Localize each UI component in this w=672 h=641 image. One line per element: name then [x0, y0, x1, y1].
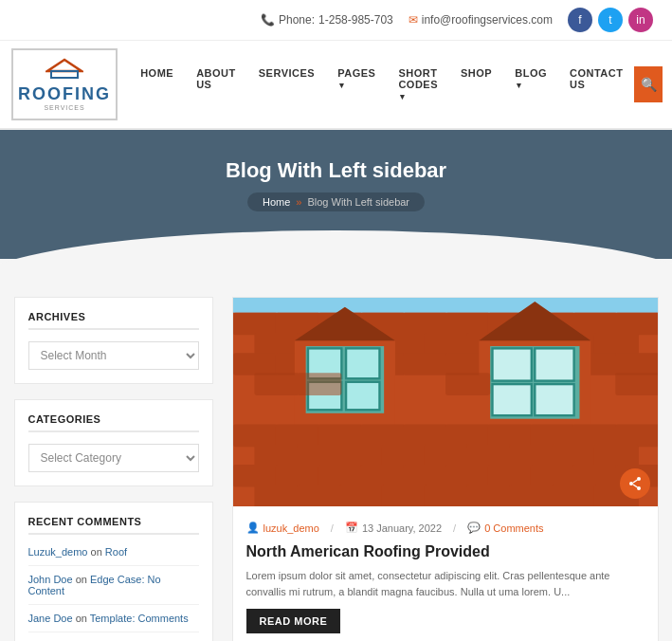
- post-title[interactable]: North American Roofing Provided: [233, 540, 658, 568]
- svg-point-90: [629, 482, 633, 485]
- content-area: 👤 luzuk_demo / 📅 13 January, 2022 / 💬 0 …: [232, 297, 659, 641]
- phone-label: Phone:: [279, 13, 315, 27]
- share-button[interactable]: [620, 468, 650, 499]
- search-button[interactable]: 🔍: [634, 66, 663, 102]
- comment-post-link[interactable]: Template: Comments: [90, 613, 189, 624]
- comment-action: on: [76, 613, 90, 624]
- svg-rect-69: [593, 445, 638, 467]
- categories-title: CATEGORIES: [28, 413, 199, 432]
- comment-user-link[interactable]: John Doe: [28, 574, 73, 585]
- svg-rect-12: [572, 313, 617, 336]
- svg-rect-74: [403, 465, 447, 487]
- svg-rect-71: [275, 465, 319, 487]
- svg-rect-73: [360, 465, 405, 487]
- svg-rect-32: [615, 353, 658, 375]
- chevron-down-icon: ▾: [339, 81, 345, 90]
- logo[interactable]: ROOFING SERVICES: [11, 48, 118, 120]
- blog-post-card: 👤 luzuk_demo / 📅 13 January, 2022 / 💬 0 …: [232, 297, 659, 641]
- svg-rect-63: [339, 445, 384, 467]
- calendar-icon: 📅: [345, 522, 358, 534]
- svg-rect-52: [275, 425, 319, 448]
- svg-rect-77: [530, 465, 574, 487]
- svg-rect-83: [381, 485, 426, 506]
- svg-rect-50: [615, 373, 658, 395]
- svg-rect-65: [424, 445, 468, 467]
- svg-rect-57: [487, 425, 532, 448]
- breadcrumb-home[interactable]: Home: [263, 196, 290, 208]
- facebook-icon[interactable]: f: [568, 8, 592, 32]
- post-author-link[interactable]: luzuk_demo: [263, 522, 319, 534]
- breadcrumb: Home » Blog With Left sidebar: [247, 192, 425, 211]
- archives-widget: ARCHIVES Select Month: [14, 297, 213, 384]
- post-comments-link[interactable]: 0 Comments: [484, 522, 543, 534]
- nav-item-shortcodes[interactable]: SHORT CODES ▾: [387, 50, 449, 119]
- svg-rect-18: [424, 333, 468, 356]
- meta-slash-1: /: [331, 522, 334, 534]
- svg-rect-55: [403, 425, 447, 448]
- nav-item-shop[interactable]: SHOP: [449, 50, 503, 119]
- svg-rect-58: [530, 425, 574, 448]
- instagram-icon[interactable]: in: [628, 8, 653, 32]
- email-icon: ✉: [409, 13, 418, 27]
- svg-rect-62: [297, 445, 341, 467]
- main-layout: ARCHIVES Select Month CATEGORIES Select …: [5, 297, 668, 641]
- svg-rect-37: [346, 348, 379, 378]
- post-meta: 👤 luzuk_demo / 📅 13 January, 2022 / 💬 0 …: [233, 506, 658, 540]
- svg-line-92: [633, 480, 638, 483]
- svg-rect-8: [403, 313, 447, 336]
- svg-rect-48: [297, 373, 341, 395]
- phone-number: 1-258-985-703: [318, 13, 393, 27]
- nav-item-blog[interactable]: BLOG ▾: [503, 50, 558, 119]
- svg-rect-64: [381, 445, 426, 467]
- svg-rect-49: [445, 373, 490, 395]
- nav-item-contact[interactable]: CONTACT US: [558, 50, 634, 119]
- chevron-down-icon: ▾: [400, 92, 406, 101]
- post-date: 13 January, 2022: [362, 522, 442, 534]
- svg-marker-0: [47, 60, 82, 71]
- comment-user-link[interactable]: Luzuk_demo: [28, 546, 88, 558]
- chevron-down-icon: ▾: [517, 81, 522, 90]
- logo-text: ROOFING: [18, 84, 111, 104]
- phone-icon: 📞: [261, 13, 275, 27]
- svg-rect-82: [339, 485, 384, 506]
- svg-rect-85: [466, 485, 511, 506]
- meta-slash-2: /: [453, 522, 456, 534]
- archives-select[interactable]: Select Month: [28, 341, 199, 370]
- archives-title: ARCHIVES: [28, 311, 199, 330]
- svg-rect-23: [233, 353, 278, 375]
- comment-user-link[interactable]: Jane Doe: [28, 613, 73, 624]
- sidebar: ARCHIVES Select Month CATEGORIES Select …: [14, 297, 213, 641]
- svg-line-93: [633, 485, 638, 487]
- logo-subtext: SERVICES: [44, 104, 84, 111]
- nav-item-about[interactable]: ABOUT US: [185, 50, 247, 119]
- social-icons: f t in: [568, 8, 653, 32]
- nav-item-pages[interactable]: PAGES ▾: [326, 50, 387, 119]
- svg-rect-46: [535, 384, 573, 415]
- svg-rect-22: [593, 333, 638, 356]
- post-date-meta: 📅 13 January, 2022: [345, 522, 442, 534]
- header-nav: ROOFING SERVICES HOME ABOUT US SERVICES …: [0, 41, 672, 130]
- svg-rect-45: [492, 384, 531, 415]
- svg-rect-87: [552, 485, 596, 506]
- page-title: Blog With Left sidebar: [19, 158, 653, 183]
- svg-rect-61: [254, 445, 299, 467]
- nav-item-home[interactable]: HOME: [129, 50, 185, 119]
- read-more-button[interactable]: READ MORE: [246, 609, 341, 633]
- comment-action: on: [76, 574, 90, 585]
- svg-rect-72: [318, 465, 362, 487]
- svg-rect-27: [403, 353, 447, 375]
- nav-item-services[interactable]: SERVICES: [247, 50, 326, 119]
- email-address: info@roofingservices.com: [422, 13, 553, 27]
- svg-rect-78: [572, 465, 617, 487]
- contact-info: 📞 Phone: 1-258-985-703 ✉ info@roofingser…: [261, 13, 553, 27]
- svg-rect-59: [572, 425, 617, 448]
- svg-rect-67: [509, 445, 554, 467]
- categories-select[interactable]: Select Category: [28, 444, 199, 472]
- twitter-icon[interactable]: t: [598, 8, 623, 32]
- post-image-wrapper: [233, 298, 658, 506]
- comment-post-link[interactable]: Roof: [105, 546, 127, 558]
- list-item: Jane Doe on Template: Comments: [28, 613, 199, 632]
- comment-action: on: [91, 546, 105, 558]
- svg-rect-4: [233, 313, 278, 336]
- post-author-meta: 👤 luzuk_demo: [246, 522, 319, 534]
